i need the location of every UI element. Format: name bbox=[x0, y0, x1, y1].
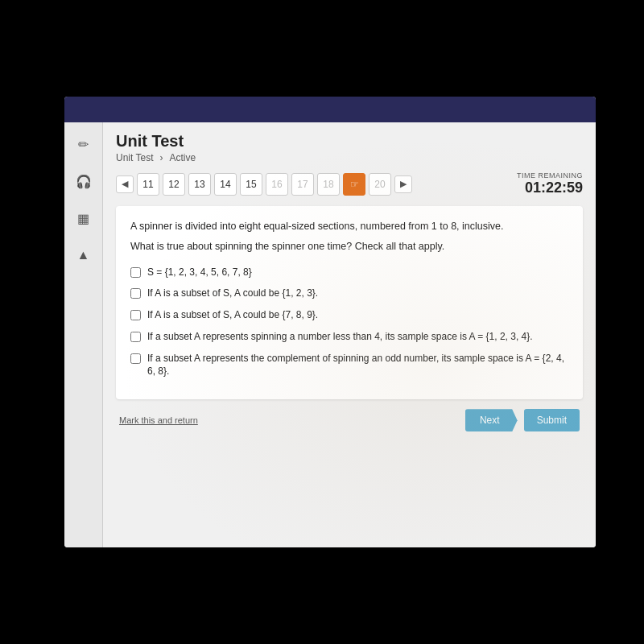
main-content: Unit Test Unit Test › Active ◀ 11 12 13 … bbox=[103, 122, 596, 547]
answer-label-1: S = {1, 2, 3, 4, 5, 6, 7, 8} bbox=[147, 266, 252, 279]
nav-btn-16[interactable]: 16 bbox=[266, 173, 288, 196]
time-remaining-section: TIME REMAINING 01:22:59 bbox=[517, 171, 583, 196]
nav-btn-14[interactable]: 14 bbox=[214, 173, 237, 196]
nav-btn-18[interactable]: 18 bbox=[317, 173, 340, 196]
breadcrumb-separator: › bbox=[159, 152, 163, 163]
nav-btn-13[interactable]: 13 bbox=[188, 173, 211, 196]
next-button[interactable]: Next bbox=[465, 409, 518, 431]
nav-btn-11[interactable]: 11 bbox=[137, 173, 159, 196]
breadcrumb-parent: Unit Test bbox=[116, 152, 153, 163]
top-browser-bar bbox=[64, 97, 596, 122]
nav-btn-17[interactable]: 17 bbox=[291, 173, 314, 196]
answer-label-5: If a subset A represents the complement … bbox=[147, 352, 568, 379]
nav-btn-12[interactable]: 12 bbox=[163, 173, 185, 196]
nav-btn-20[interactable]: 20 bbox=[369, 173, 391, 196]
answer-label-4: If a subset A represents spinning a numb… bbox=[147, 330, 533, 344]
sidebar: ✏ 🎧 ▦ ▲ bbox=[64, 122, 103, 547]
checkbox-opt1[interactable] bbox=[130, 267, 141, 278]
mark-return-link[interactable]: Mark this and return bbox=[119, 415, 198, 425]
nav-btn-19-active[interactable]: ☞ bbox=[343, 173, 365, 196]
checkbox-opt5[interactable] bbox=[130, 353, 141, 364]
time-remaining-label: TIME REMAINING bbox=[517, 171, 583, 180]
answer-option-3: If A is a subset of S, A could be {7, 8,… bbox=[130, 308, 568, 322]
answer-option-5: If a subset A represents the complement … bbox=[130, 352, 568, 379]
up-arrow-icon[interactable]: ▲ bbox=[72, 243, 96, 267]
answer-label-3: If A is a subset of S, A could be {7, 8,… bbox=[147, 308, 318, 322]
next-nav-arrow[interactable]: ▶ bbox=[394, 175, 412, 193]
nav-btn-15[interactable]: 15 bbox=[240, 173, 262, 196]
breadcrumb: Unit Test › Active bbox=[116, 152, 583, 163]
time-remaining-value: 01:22:59 bbox=[517, 180, 583, 196]
checkbox-opt3[interactable] bbox=[130, 310, 141, 320]
headphones-icon[interactable]: 🎧 bbox=[72, 169, 96, 193]
answer-option-2: If A is a subset of S, A could be {1, 2,… bbox=[130, 287, 568, 300]
question-card: A spinner is divided into eight equal-si… bbox=[116, 206, 583, 399]
bottom-right-buttons: Next Submit bbox=[465, 409, 580, 431]
pencil-icon[interactable]: ✏ bbox=[72, 132, 96, 156]
checkbox-opt4[interactable] bbox=[130, 332, 141, 342]
answer-option-4: If a subset A represents spinning a numb… bbox=[130, 330, 568, 344]
navigation-bar: ◀ 11 12 13 14 15 16 17 18 ☞ 20 ▶ TIME RE… bbox=[116, 171, 583, 196]
submit-button[interactable]: Submit bbox=[524, 409, 580, 431]
question-text-1: A spinner is divided into eight equal-si… bbox=[130, 219, 568, 234]
breadcrumb-current: Active bbox=[169, 152, 196, 163]
page-title: Unit Test bbox=[116, 132, 583, 151]
checkbox-opt2[interactable] bbox=[130, 288, 141, 299]
grid-icon[interactable]: ▦ bbox=[72, 206, 96, 230]
answer-label-2: If A is a subset of S, A could be {1, 2,… bbox=[147, 287, 318, 300]
bottom-bar: Mark this and return Next Submit bbox=[116, 409, 583, 431]
answer-option-1: S = {1, 2, 3, 4, 5, 6, 7, 8} bbox=[130, 266, 568, 279]
prev-nav-arrow[interactable]: ◀ bbox=[116, 175, 134, 193]
question-text-2: What is true about spinning the spinner … bbox=[130, 239, 568, 254]
screen-container: ✏ 🎧 ▦ ▲ Unit Test Unit Test › Active ◀ 1… bbox=[64, 97, 596, 547]
